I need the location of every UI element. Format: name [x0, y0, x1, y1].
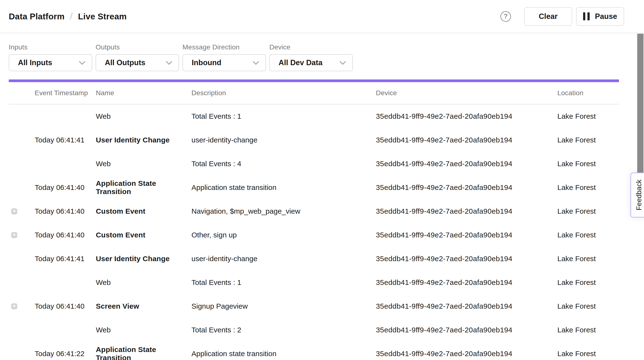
event-description-cell: Total Events : 2: [192, 326, 376, 334]
event-location-cell: Lake Forest: [557, 302, 619, 310]
expand-icon[interactable]: +: [11, 232, 17, 238]
clear-button[interactable]: Clear: [524, 7, 572, 26]
event-description-cell: user-identity-change: [192, 136, 376, 144]
event-row[interactable]: + Today 06:41:40 Custom Event Other, sig…: [9, 223, 619, 247]
filter-inputs: Inputs All Inputs: [9, 43, 92, 71]
pause-button[interactable]: Pause: [576, 7, 624, 26]
event-location-cell: Lake Forest: [557, 207, 619, 215]
breadcrumb: Data Platform / Live Stream: [9, 11, 127, 22]
event-description-cell: Total Events : 1: [192, 278, 376, 287]
chevron-down-icon: [166, 58, 172, 65]
event-row-expand-cell: +: [9, 161, 35, 167]
event-location-cell: Lake Forest: [557, 350, 619, 358]
event-device-cell: 35eddb41-9ff9-49e2-7aed-20afa90eb194: [376, 160, 557, 168]
pause-button-label: Pause: [595, 12, 617, 21]
expand-icon[interactable]: +: [11, 303, 17, 309]
chevron-down-icon: [340, 58, 346, 65]
event-row[interactable]: + Web Total Events : 2 35eddb41-9ff9-49e…: [9, 318, 619, 342]
inputs-filter-select[interactable]: All Inputs: [9, 54, 92, 71]
event-name-cell: Web: [96, 112, 192, 120]
event-row[interactable]: + Web Total Events : 1 35eddb41-9ff9-49e…: [9, 271, 619, 294]
event-name-cell: Web: [96, 278, 192, 287]
event-location-cell: Lake Forest: [557, 183, 619, 192]
clear-button-label: Clear: [539, 12, 558, 21]
event-device-cell: 35eddb41-9ff9-49e2-7aed-20afa90eb194: [376, 207, 557, 215]
event-device-cell: 35eddb41-9ff9-49e2-7aed-20afa90eb194: [376, 136, 557, 144]
help-icon[interactable]: ?: [500, 11, 511, 22]
event-name-cell: Web: [96, 160, 192, 168]
event-device-cell: 35eddb41-9ff9-49e2-7aed-20afa90eb194: [376, 255, 557, 263]
event-location-cell: Lake Forest: [557, 326, 619, 334]
event-row-expand-cell: +: [9, 303, 35, 309]
event-name-cell: Screen View: [96, 302, 192, 310]
event-location-cell: Lake Forest: [557, 136, 619, 144]
message-direction-filter-select[interactable]: Inbound: [182, 54, 266, 71]
event-location-cell: Lake Forest: [557, 255, 619, 263]
event-row[interactable]: + Today 06:41:40 Screen View Signup Page…: [9, 294, 619, 318]
help-glyph: ?: [504, 12, 508, 20]
event-device-cell: 35eddb41-9ff9-49e2-7aed-20afa90eb194: [376, 231, 557, 239]
event-timestamp-cell: Today 06:41:40: [35, 207, 96, 215]
column-header-device: Device: [376, 89, 557, 97]
event-row-expand-cell: +: [9, 232, 35, 238]
event-row-expand-cell: +: [9, 113, 35, 119]
event-row-expand-cell: +: [9, 280, 35, 286]
live-stream-progress-bar: [9, 79, 619, 82]
event-row[interactable]: + Web Total Events : 1 35eddb41-9ff9-49e…: [9, 104, 619, 128]
event-location-cell: Lake Forest: [557, 112, 619, 120]
event-row-expand-cell: +: [9, 351, 35, 357]
event-device-cell: 35eddb41-9ff9-49e2-7aed-20afa90eb194: [376, 278, 557, 287]
event-row-expand-cell: +: [9, 327, 35, 333]
event-description-cell: Navigation, $mp_web_page_view: [192, 207, 376, 215]
event-name-cell: Application State Transition: [96, 179, 192, 196]
message-direction-filter-label: Message Direction: [182, 43, 266, 51]
message-direction-filter-value: Inbound: [192, 58, 221, 67]
filter-outputs: Outputs All Outputs: [96, 43, 179, 71]
page-header: Data Platform / Live Stream ? Clear Paus…: [0, 0, 644, 33]
event-timestamp-cell: Today 06:41:22: [35, 350, 96, 358]
event-row[interactable]: + Today 06:41:40 Application State Trans…: [9, 176, 619, 199]
device-filter-select[interactable]: All Dev Data: [269, 54, 353, 71]
expand-icon[interactable]: +: [11, 208, 17, 214]
filters-bar: Inputs All Inputs Outputs All Outputs Me…: [0, 33, 644, 71]
events-table-body: + Web Total Events : 1 35eddb41-9ff9-49e…: [9, 104, 619, 360]
vertical-scrollbar[interactable]: [637, 34, 644, 173]
event-location-cell: Lake Forest: [557, 231, 619, 239]
feedback-tab[interactable]: Feedback: [630, 173, 644, 217]
event-description-cell: Signup Pageview: [192, 302, 376, 310]
event-description-cell: user-identity-change: [192, 255, 376, 263]
event-row-expand-cell: +: [9, 256, 35, 262]
event-row[interactable]: + Web Total Events : 4 35eddb41-9ff9-49e…: [9, 152, 619, 176]
device-filter-value: All Dev Data: [278, 58, 322, 67]
events-table: Event Timestamp Name Description Device …: [9, 82, 619, 360]
event-description-cell: Total Events : 1: [192, 112, 376, 120]
event-device-cell: 35eddb41-9ff9-49e2-7aed-20afa90eb194: [376, 350, 557, 358]
event-name-cell: User Identity Change: [96, 136, 192, 144]
device-filter-label: Device: [269, 43, 353, 51]
column-header-event-timestamp: Event Timestamp: [35, 89, 96, 97]
filter-device: Device All Dev Data: [269, 43, 353, 71]
header-actions: ? Clear Pause: [500, 7, 624, 26]
event-row[interactable]: + Today 06:41:41 User Identity Change us…: [9, 128, 619, 152]
event-row[interactable]: + Today 06:41:40 Custom Event Navigation…: [9, 199, 619, 223]
pause-icon: [583, 12, 590, 20]
outputs-filter-select[interactable]: All Outputs: [96, 54, 179, 71]
event-description-cell: Application state transition: [192, 183, 376, 192]
event-location-cell: Lake Forest: [557, 160, 619, 168]
column-header-description: Description: [192, 89, 376, 97]
event-name-cell: Custom Event: [96, 207, 192, 215]
chevron-down-icon: [252, 58, 259, 65]
plus-glyph: +: [12, 208, 16, 214]
column-header-location: Location: [557, 89, 619, 97]
event-location-cell: Lake Forest: [557, 278, 619, 287]
event-row-expand-cell: +: [9, 137, 35, 143]
event-row[interactable]: + Today 06:41:22 Application State Trans…: [9, 342, 619, 360]
event-device-cell: 35eddb41-9ff9-49e2-7aed-20afa90eb194: [376, 183, 557, 192]
event-row-expand-cell: +: [9, 208, 35, 214]
breadcrumb-page-title: Live Stream: [78, 12, 127, 21]
column-header-name: Name: [96, 89, 192, 97]
breadcrumb-section[interactable]: Data Platform: [9, 12, 64, 21]
event-row-expand-cell: +: [9, 184, 35, 191]
event-timestamp-cell: Today 06:41:40: [35, 231, 96, 239]
event-row[interactable]: + Today 06:41:41 User Identity Change us…: [9, 247, 619, 271]
